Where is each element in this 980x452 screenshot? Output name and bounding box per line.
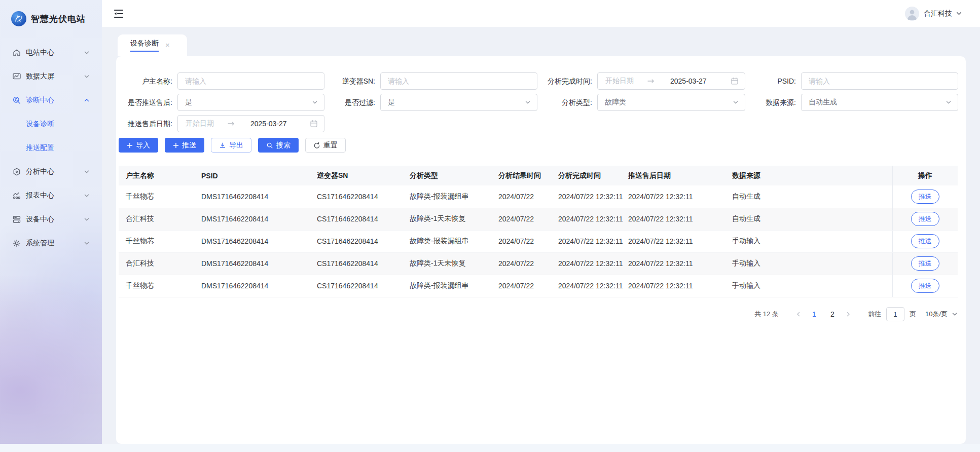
cell-data-source: 手动输入 xyxy=(732,275,892,297)
table-row: 合汇科技 DMS1716462208414 CS1716462208414 故障… xyxy=(119,208,958,230)
dashboard-icon xyxy=(12,72,21,81)
page-size-value: 10条/页 xyxy=(925,310,948,319)
page-button-2[interactable]: 2 xyxy=(825,310,840,318)
toolbar: 导入 推送 导出 搜索 重置 xyxy=(119,138,346,153)
cell-inverter-sn: CS1716462208414 xyxy=(317,185,410,208)
reset-button[interactable]: 重置 xyxy=(305,138,346,153)
cell-data-source: 手动输入 xyxy=(732,252,892,275)
filter-label-psid: PSID: xyxy=(730,72,796,90)
cell-actions: 推送 xyxy=(892,208,958,230)
cell-analysis-type: 故障类-1天未恢复 xyxy=(410,252,498,275)
table-row: 千丝物芯 DMS1716462208414 CS1716462208414 故障… xyxy=(119,275,958,297)
filter-label-filtered: 是否过滤: xyxy=(309,94,375,111)
cell-actions: 推送 xyxy=(892,185,958,208)
chevron-down-icon xyxy=(946,99,952,105)
psid-field[interactable] xyxy=(801,72,958,90)
sidebar-subitem-push-config[interactable]: 推送配置 xyxy=(0,136,102,160)
push-aftersales-select[interactable]: 是 xyxy=(177,94,324,111)
analysis-complete-time-range-picker[interactable]: 开始日期 2025-03-27 xyxy=(597,72,745,90)
chevron-down-icon xyxy=(84,73,90,80)
row-push-button[interactable]: 推送 xyxy=(911,190,939,204)
search-button-label: 搜索 xyxy=(276,141,291,150)
filter-label-analysis-complete-time: 分析完成时间: xyxy=(522,72,592,90)
sidebar-item-diagnosis-center[interactable]: 诊断中心 xyxy=(0,88,102,112)
tab-device-diagnosis[interactable]: 设备诊断 × xyxy=(118,34,187,56)
page-size-select[interactable]: 10条/页 xyxy=(925,310,958,319)
close-icon[interactable]: × xyxy=(165,41,170,49)
sidebar-item-device-center[interactable]: 设备中心 xyxy=(0,207,102,231)
sidebar-item-data-screen[interactable]: 数据大屏 xyxy=(0,64,102,88)
filter-label-push-aftersales-date: 推送售后日期: xyxy=(116,115,172,132)
select-value: 是 xyxy=(388,98,395,107)
range-start-placeholder: 开始日期 xyxy=(605,77,634,86)
push-aftersales-date-range-picker[interactable]: 开始日期 2025-03-27 xyxy=(177,115,324,132)
cell-analysis-type: 故障类-1天未恢复 xyxy=(410,208,498,230)
select-value: 自动生成 xyxy=(809,98,837,107)
sidebar-item-report-center[interactable]: 报表中心 xyxy=(0,183,102,207)
user-menu[interactable]: 合汇科技 xyxy=(905,0,962,27)
plus-icon xyxy=(173,142,179,148)
cell-data-source: 自动生成 xyxy=(732,185,892,208)
column-header: 逆变器SN xyxy=(317,166,410,185)
collapse-sidebar-icon xyxy=(112,7,125,20)
cell-psid: DMS1716462208414 xyxy=(201,208,317,230)
column-header: PSID xyxy=(201,166,317,185)
psid-input[interactable] xyxy=(802,73,958,89)
cell-psid: DMS1716462208414 xyxy=(201,275,317,297)
filter-label-data-source: 数据来源: xyxy=(730,94,796,111)
search-button[interactable]: 搜索 xyxy=(258,138,299,153)
sidebar-subitem-label: 设备诊断 xyxy=(26,120,54,129)
data-source-select[interactable]: 自动生成 xyxy=(801,94,958,111)
row-push-button[interactable]: 推送 xyxy=(911,212,939,226)
cell-push-aftersales-date: 2024/07/22 12:32:11 xyxy=(628,185,732,208)
cell-psid: DMS1716462208414 xyxy=(201,230,317,252)
sidebar-item-analysis-center[interactable]: 分析中心 xyxy=(0,160,102,183)
export-button[interactable]: 导出 xyxy=(211,138,251,153)
prev-page-button[interactable] xyxy=(792,311,805,317)
app-title: 智慧光伏电站 xyxy=(31,13,86,25)
range-end-value: 2025-03-27 xyxy=(250,120,287,128)
owner-name-field[interactable] xyxy=(177,72,324,90)
push-button[interactable]: 推送 xyxy=(165,138,204,153)
row-push-button[interactable]: 推送 xyxy=(911,256,939,271)
owner-name-input[interactable] xyxy=(178,73,324,89)
sidebar-item-label: 设备中心 xyxy=(26,215,54,224)
sidebar-subitem-label: 推送配置 xyxy=(26,143,54,153)
next-page-button[interactable] xyxy=(842,311,855,317)
sidebar-item-label: 诊断中心 xyxy=(26,96,54,105)
table-row: 合汇科技 DMS1716462208414 CS1716462208414 故障… xyxy=(119,252,958,275)
inverter-sn-field[interactable] xyxy=(380,72,537,90)
sidebar-item-station-center[interactable]: 电站中心 xyxy=(0,41,102,64)
analysis-icon xyxy=(12,167,21,176)
cell-analysis-type: 故障类-报装漏组串 xyxy=(410,185,498,208)
column-header: 分析类型 xyxy=(410,166,498,185)
sidebar-item-system-management[interactable]: 系统管理 xyxy=(0,231,102,255)
cell-analysis-complete-time: 2024/07/22 12:32:11 xyxy=(558,275,628,297)
diagnosis-table: 户主名称 PSID 逆变器SN 分析类型 分析结果时间 分析完成时间 推送售后日… xyxy=(119,166,958,297)
cell-owner-name: 千丝物芯 xyxy=(119,275,201,297)
row-push-button[interactable]: 推送 xyxy=(911,234,939,248)
cell-actions: 推送 xyxy=(892,275,958,297)
user-name: 合汇科技 xyxy=(924,9,952,18)
cell-owner-name: 合汇科技 xyxy=(119,252,201,275)
import-button[interactable]: 导入 xyxy=(119,138,158,153)
filtered-select[interactable]: 是 xyxy=(380,94,537,111)
cell-analysis-type: 故障类-报装漏组串 xyxy=(410,230,498,252)
filter-label-push-aftersales: 是否推送售后: xyxy=(116,94,172,111)
analysis-type-select[interactable]: 故障类 xyxy=(597,94,745,111)
collapse-sidebar-button[interactable] xyxy=(112,7,125,20)
plus-icon xyxy=(127,142,133,148)
inverter-sn-input[interactable] xyxy=(381,73,537,89)
page-button-1[interactable]: 1 xyxy=(807,310,822,318)
table-row: 千丝物芯 DMS1716462208414 CS1716462208414 故障… xyxy=(119,230,958,252)
goto-page-input[interactable] xyxy=(886,307,904,321)
sidebar-subitem-device-diagnosis[interactable]: 设备诊断 xyxy=(0,112,102,136)
row-push-button[interactable]: 推送 xyxy=(911,279,939,293)
pagination-total: 共 12 条 xyxy=(754,310,779,319)
bottom-strip xyxy=(0,444,980,452)
sidebar-item-label: 分析中心 xyxy=(26,167,54,176)
cell-actions: 推送 xyxy=(892,230,958,252)
search-icon xyxy=(266,142,273,149)
cell-analysis-complete-time: 2024/07/22 12:32:11 xyxy=(558,185,628,208)
cell-analysis-type: 故障类-报装漏组串 xyxy=(410,275,498,297)
